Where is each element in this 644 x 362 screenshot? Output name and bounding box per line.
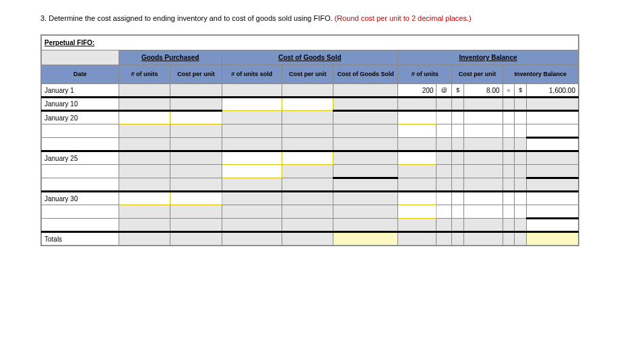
input-cell[interactable] xyxy=(119,192,170,205)
input-cell[interactable] xyxy=(222,151,282,165)
cell[interactable] xyxy=(119,219,170,232)
cell[interactable] xyxy=(119,205,170,219)
cell[interactable] xyxy=(282,232,333,246)
cell[interactable] xyxy=(222,192,282,205)
cell[interactable] xyxy=(222,138,282,151)
cell[interactable] xyxy=(464,138,503,151)
cell[interactable] xyxy=(398,232,437,246)
cell[interactable] xyxy=(333,192,398,205)
cell[interactable] xyxy=(464,98,503,111)
cell[interactable] xyxy=(398,138,437,151)
cell[interactable] xyxy=(170,124,222,138)
cell[interactable] xyxy=(527,151,579,165)
cell xyxy=(42,165,119,178)
cell[interactable] xyxy=(282,138,333,151)
cell[interactable] xyxy=(282,124,333,138)
cell[interactable] xyxy=(464,165,503,178)
cell[interactable] xyxy=(170,84,222,98)
cell[interactable] xyxy=(398,178,437,192)
cell[interactable] xyxy=(527,111,579,124)
cell[interactable] xyxy=(170,165,222,178)
input-cell[interactable] xyxy=(282,98,333,111)
cell[interactable] xyxy=(527,98,579,111)
input-cell[interactable] xyxy=(398,192,437,205)
cell[interactable] xyxy=(222,178,282,192)
cell[interactable] xyxy=(333,178,398,192)
cell[interactable] xyxy=(170,232,222,246)
cell[interactable] xyxy=(464,192,503,205)
cell[interactable] xyxy=(333,151,398,165)
cell[interactable] xyxy=(222,219,282,232)
input-cell[interactable] xyxy=(398,111,437,124)
cell[interactable] xyxy=(170,205,222,219)
cell[interactable] xyxy=(222,205,282,219)
cell[interactable] xyxy=(282,84,333,98)
input-cell[interactable] xyxy=(222,165,282,178)
cell[interactable] xyxy=(464,178,503,192)
cell xyxy=(503,219,515,232)
cell[interactable] xyxy=(170,178,222,192)
cell[interactable] xyxy=(398,219,437,232)
input-cell[interactable] xyxy=(170,111,222,124)
cell[interactable] xyxy=(333,205,398,219)
input-cell[interactable] xyxy=(398,151,437,165)
cell[interactable] xyxy=(222,111,282,124)
cell[interactable] xyxy=(398,124,437,138)
cell[interactable] xyxy=(333,219,398,232)
cell[interactable] xyxy=(119,178,170,192)
cell[interactable] xyxy=(464,219,503,232)
cell[interactable] xyxy=(398,165,437,178)
cell xyxy=(503,205,515,219)
cell[interactable] xyxy=(333,165,398,178)
cell[interactable] xyxy=(464,124,503,138)
input-cell[interactable] xyxy=(119,111,170,124)
cell[interactable] xyxy=(170,98,222,111)
cell[interactable] xyxy=(464,232,503,246)
cell[interactable] xyxy=(398,98,437,111)
jan1-inv-balance[interactable]: 1,600.00 xyxy=(527,84,579,98)
input-cell[interactable] xyxy=(282,151,333,165)
cell[interactable] xyxy=(119,138,170,151)
jan1-inv-cost[interactable]: 8.00 xyxy=(464,84,503,98)
cell[interactable] xyxy=(464,205,503,219)
cell[interactable] xyxy=(119,84,170,98)
cell[interactable] xyxy=(119,124,170,138)
cell[interactable] xyxy=(527,205,579,219)
cell[interactable] xyxy=(333,138,398,151)
cell[interactable] xyxy=(222,232,282,246)
cell[interactable] xyxy=(333,84,398,98)
cell[interactable] xyxy=(527,124,579,138)
cell[interactable] xyxy=(282,192,333,205)
cell[interactable] xyxy=(282,178,333,192)
input-cell[interactable] xyxy=(222,98,282,111)
cell[interactable] xyxy=(222,124,282,138)
cell[interactable] xyxy=(222,84,282,98)
input-cell[interactable] xyxy=(398,205,437,219)
cell[interactable] xyxy=(527,138,579,151)
cell[interactable] xyxy=(333,124,398,138)
cell[interactable] xyxy=(119,151,170,165)
cell[interactable] xyxy=(527,219,579,232)
input-cell[interactable] xyxy=(170,192,222,205)
cell[interactable] xyxy=(170,219,222,232)
cell xyxy=(452,138,464,151)
cell[interactable] xyxy=(170,138,222,151)
cell[interactable] xyxy=(333,111,398,124)
jan1-inv-units[interactable]: 200 xyxy=(398,84,437,98)
cell[interactable] xyxy=(527,192,579,205)
cell[interactable] xyxy=(282,205,333,219)
cell[interactable] xyxy=(464,151,503,165)
cell[interactable] xyxy=(464,111,503,124)
totals-cogs[interactable] xyxy=(333,232,398,246)
cell[interactable] xyxy=(527,178,579,192)
cell[interactable] xyxy=(119,98,170,111)
cell[interactable] xyxy=(282,219,333,232)
cell[interactable] xyxy=(170,151,222,165)
cell[interactable] xyxy=(333,98,398,111)
cell[interactable] xyxy=(119,165,170,178)
cell[interactable] xyxy=(282,165,333,178)
cell[interactable] xyxy=(527,165,579,178)
cell[interactable] xyxy=(119,232,170,246)
totals-inventory[interactable] xyxy=(527,232,579,246)
cell[interactable] xyxy=(282,111,333,124)
